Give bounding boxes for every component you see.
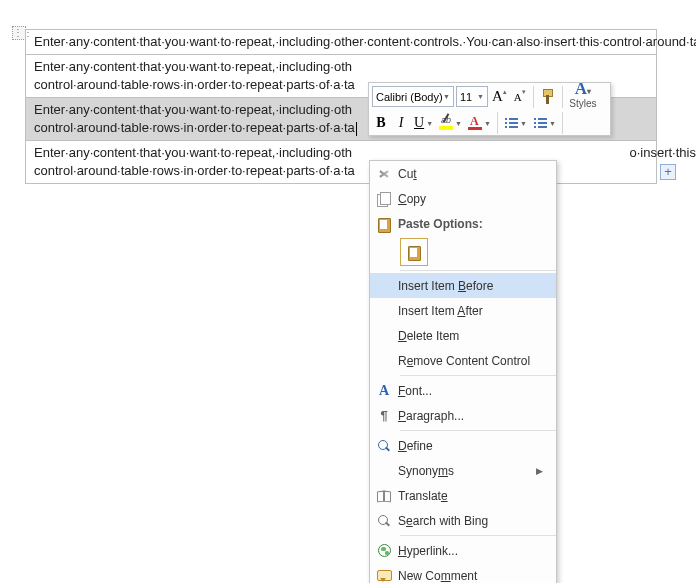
font-icon: A — [379, 383, 389, 399]
row-text-tail: o·insert·this· — [629, 145, 696, 160]
row-text-l2: control·around·table·rows·in·order·to·re… — [34, 163, 355, 178]
highlight-icon — [439, 115, 453, 131]
hyperlink-icon — [378, 544, 391, 557]
italic-button[interactable]: I — [392, 112, 410, 134]
menu-item-define[interactable]: Define — [370, 433, 556, 458]
menu-item-search-bing[interactable]: Search with Bing — [370, 508, 556, 533]
menu-item-hyperlink[interactable]: Hyperlink... — [370, 538, 556, 563]
chevron-down-icon: ▼ — [455, 120, 462, 127]
menu-separator — [400, 535, 556, 536]
bold-icon: B — [376, 115, 385, 131]
font-name-value: Calibri (Body) — [376, 91, 443, 103]
bullet-list-button[interactable]: ▼ — [502, 112, 529, 134]
bold-button[interactable]: B — [372, 112, 390, 134]
underline-icon: U — [414, 115, 424, 131]
menu-label: Define — [398, 439, 433, 453]
row-text-l2: control·around·table·rows·in·order·to·re… — [34, 120, 355, 135]
menu-item-remove-content-control[interactable]: Remove Content Control — [370, 348, 556, 373]
chevron-down-icon: ▼ — [484, 120, 491, 127]
menu-label: Paragraph... — [398, 409, 464, 423]
table-row[interactable]: Enter·any·content·that·you·want·to·repea… — [26, 30, 656, 55]
define-icon — [377, 439, 391, 453]
menu-header-paste-options: Paste Options: — [370, 211, 556, 236]
paste-keep-text-button[interactable] — [400, 238, 428, 266]
menu-label: Insert Item Before — [398, 279, 493, 293]
menu-label: Synonyms — [398, 464, 454, 478]
menu-item-font[interactable]: A Font... — [370, 378, 556, 403]
row-text-l2: control·around·table·rows·in·order·to·re… — [34, 77, 355, 92]
menu-label: Delete Item — [398, 329, 459, 343]
paragraph-icon: ¶ — [380, 408, 387, 423]
content-control-handle[interactable]: ⋮⋮ — [12, 26, 26, 40]
shrink-font-button[interactable]: A▾ — [511, 86, 529, 108]
styles-button[interactable]: A▾ Styles — [567, 86, 599, 108]
font-size-combo[interactable]: 11▼ — [456, 86, 488, 107]
row-text-l1: Enter·any·content·that·you·want·to·repea… — [34, 145, 352, 160]
highlight-button[interactable]: ▼ — [437, 112, 464, 134]
row-text-l1: Enter·any·content·that·you·want·to·repea… — [34, 59, 352, 74]
menu-item-insert-after[interactable]: Insert Item After — [370, 298, 556, 323]
menu-separator — [400, 430, 556, 431]
chevron-down-icon: ▼ — [549, 120, 556, 127]
separator — [562, 112, 563, 134]
menu-label: Cut — [398, 167, 417, 181]
chevron-down-icon: ▾ — [522, 88, 526, 96]
numbered-list-icon — [533, 116, 547, 130]
text-cursor — [356, 122, 357, 136]
styles-icon: A▾ — [575, 83, 591, 98]
menu-label: Copy — [398, 192, 426, 206]
shrink-font-icon: A — [514, 91, 522, 103]
menu-label: Paste Options: — [398, 217, 548, 231]
italic-icon: I — [399, 115, 404, 131]
menu-label: Insert Item After — [398, 304, 483, 318]
font-size-value: 11 — [460, 91, 472, 103]
menu-label: Search with Bing — [398, 514, 488, 528]
separator — [533, 86, 534, 108]
chevron-down-icon: ▼ — [443, 93, 450, 100]
separator — [497, 112, 498, 134]
menu-item-insert-before[interactable]: Insert Item Before — [370, 273, 556, 298]
add-row-handle[interactable]: + — [660, 164, 676, 180]
font-color-icon — [468, 115, 482, 131]
numbered-list-button[interactable]: ▼ — [531, 112, 558, 134]
table-row[interactable]: Enter·any·content·that·you·want·to·repea… — [26, 141, 656, 183]
menu-item-translate[interactable]: Translate — [370, 483, 556, 508]
underline-button[interactable]: U▼ — [412, 112, 435, 134]
format-painter-button[interactable] — [538, 86, 558, 108]
menu-label: Hyperlink... — [398, 544, 458, 558]
grow-font-button[interactable]: A▴ — [490, 86, 509, 108]
menu-label: Remove Content Control — [398, 354, 530, 368]
translate-icon — [377, 490, 391, 502]
paste-icon — [407, 244, 421, 260]
context-menu: Cut Copy Paste Options: Insert Item Befo… — [369, 160, 557, 583]
bullet-list-icon — [504, 116, 518, 130]
menu-item-new-comment[interactable]: New Comment — [370, 563, 556, 583]
grow-font-icon: A — [492, 88, 503, 105]
paste-options-gallery — [370, 236, 556, 268]
styles-label: Styles — [569, 98, 596, 110]
cut-icon — [377, 167, 391, 181]
menu-label: Translate — [398, 489, 448, 503]
menu-item-copy[interactable]: Copy — [370, 186, 556, 211]
menu-item-cut[interactable]: Cut — [370, 161, 556, 186]
clipboard-icon — [377, 216, 391, 232]
plus-icon: + — [664, 164, 672, 179]
font-color-button[interactable]: ▼ — [466, 112, 493, 134]
menu-item-paragraph[interactable]: ¶ Paragraph... — [370, 403, 556, 428]
separator — [562, 86, 563, 108]
menu-item-synonyms[interactable]: Synonyms ▶ — [370, 458, 556, 483]
format-painter-icon — [540, 88, 556, 106]
menu-separator — [400, 375, 556, 376]
menu-label: Font... — [398, 384, 432, 398]
search-icon — [377, 514, 391, 528]
submenu-arrow-icon: ▶ — [536, 466, 548, 476]
menu-item-delete-item[interactable]: Delete Item — [370, 323, 556, 348]
menu-label: New Comment — [398, 569, 477, 583]
menu-separator — [400, 270, 556, 271]
mini-toolbar: Calibri (Body)▼ 11▼ A▴ A▾ A▾ Styles B I … — [368, 82, 611, 136]
font-name-combo[interactable]: Calibri (Body)▼ — [372, 86, 454, 107]
copy-icon — [377, 192, 391, 206]
comment-icon — [377, 570, 391, 582]
chevron-down-icon: ▼ — [477, 93, 484, 100]
row-text: Enter·any·content·that·you·want·to·repea… — [34, 34, 696, 49]
